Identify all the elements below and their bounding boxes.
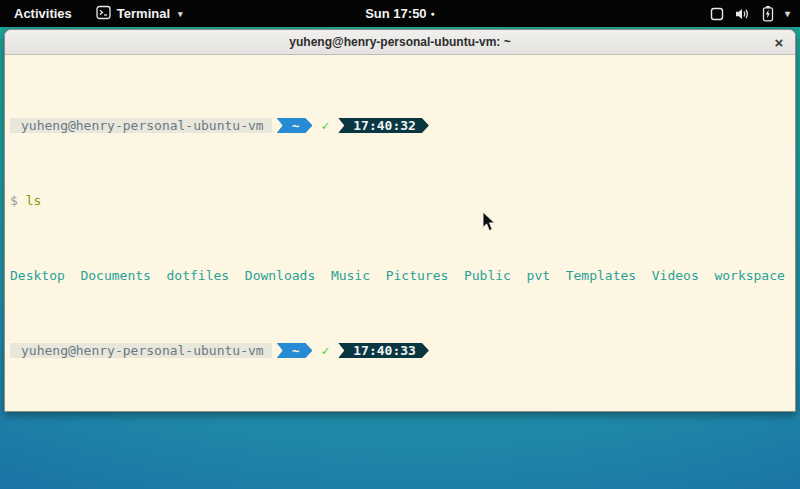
window-title: yuheng@henry-personal-ubuntu-vm: ~ [289, 35, 510, 49]
command-text: ls [26, 193, 42, 208]
command-line: $ ls [10, 193, 795, 208]
prompt-time-segment: 17:40:33 [338, 343, 429, 358]
activities-button[interactable]: Activities [0, 0, 86, 27]
notification-dot: ● [431, 10, 435, 17]
clock[interactable]: Sun 17:50 ● [365, 0, 435, 27]
prompt-line: yuheng@henry-personal-ubuntu-vm ~ ✓ 17:4… [10, 118, 795, 133]
terminal-app-icon [96, 5, 111, 23]
ls-output: Desktop Documents dotfiles Downloads Mus… [10, 268, 795, 283]
chevron-down-icon: ▾ [178, 9, 183, 19]
prompt-cwd-segment: ~ [277, 343, 313, 358]
terminal-window: yuheng@henry-personal-ubuntu-vm: ~ × yuh… [4, 29, 796, 412]
volume-icon [734, 6, 751, 22]
prompt-cwd-segment: ~ [277, 118, 313, 133]
prompt-time-segment: 17:40:32 [338, 118, 429, 133]
app-menu-label: Terminal [117, 6, 170, 21]
app-menu-terminal[interactable]: Terminal ▾ [86, 0, 193, 27]
close-button[interactable]: × [763, 30, 795, 54]
window-titlebar[interactable]: yuheng@henry-personal-ubuntu-vm: ~ × [5, 30, 795, 55]
display-icon [709, 6, 725, 22]
prompt-line: yuheng@henry-personal-ubuntu-vm ~ ✓ 17:4… [10, 343, 795, 358]
system-tray[interactable]: ▾ [709, 0, 794, 27]
status-check-icon: ✓ [321, 343, 329, 358]
prompt-user-host: yuheng@henry-personal-ubuntu-vm [10, 343, 272, 358]
prompt-symbol: $ [10, 193, 18, 208]
battery-charging-icon [760, 5, 776, 22]
mouse-cursor-icon [482, 211, 496, 232]
chevron-down-icon: ▾ [785, 8, 790, 19]
clock-label: Sun 17:50 [365, 6, 426, 21]
prompt-user-host: yuheng@henry-personal-ubuntu-vm [10, 118, 272, 133]
top-bar: Activities Terminal ▾ Sun 17:50 ● [0, 0, 800, 27]
terminal-content[interactable]: yuheng@henry-personal-ubuntu-vm ~ ✓ 17:4… [5, 55, 795, 412]
status-check-icon: ✓ [321, 118, 329, 133]
